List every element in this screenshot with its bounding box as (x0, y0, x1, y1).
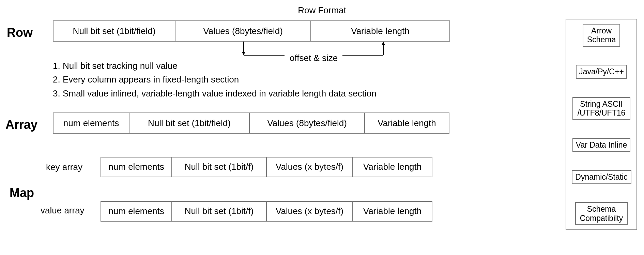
array-null-bitset-cell: Null bit set (1bit/field) (129, 112, 250, 134)
row-notes: 1. Null bit set tracking null value 2. E… (53, 60, 377, 101)
map-key-array-structure: num elements Null bit set (1bit/f) Value… (101, 157, 432, 177)
sidebar-string-encoding: String ASCII /UTF8/UFT16 (572, 97, 630, 120)
svg-marker-1 (242, 52, 245, 55)
sidebar-languages: Java/Py/C++ (576, 65, 627, 78)
sidebar-dynamic-static: Dynamic/Static (572, 170, 631, 184)
value-array-label: value array (41, 205, 85, 216)
svg-marker-5 (382, 42, 385, 45)
row-null-bitset-cell: Null bit set (1bit/field) (53, 20, 175, 42)
key-values-cell: Values (x bytes/f) (266, 157, 353, 177)
note-2: 2. Every column appears in fixed-length … (53, 73, 377, 86)
map-value-array-structure: num elements Null bit set (1bit/f) Value… (101, 201, 432, 222)
sidebar-schema-compatibility: Schema Compatibilty (575, 202, 628, 225)
array-label: Array (5, 118, 37, 132)
value-values-cell: Values (x bytes/f) (266, 201, 353, 222)
value-num-elements-cell: num elements (101, 201, 172, 222)
array-values-cell: Values (8bytes/field) (249, 112, 365, 134)
row-values-cell: Values (8bytes/field) (175, 20, 311, 42)
note-1: 1. Null bit set tracking null value (53, 60, 377, 72)
array-variable-length-cell: Variable length (364, 112, 449, 134)
value-null-bitset-cell: Null bit set (1bit/f) (171, 201, 267, 222)
map-label: Map (10, 186, 34, 200)
note-3: 3. Small value inlined, variable-length … (53, 87, 377, 100)
key-num-elements-cell: num elements (101, 157, 172, 177)
value-variable-length-cell: Variable length (352, 201, 432, 222)
row-label: Row (7, 26, 33, 40)
sidebar-panel: Arrow Schema Java/Py/C++ String ASCII /U… (566, 19, 637, 230)
sidebar-var-data-inline: Var Data Inline (572, 138, 630, 152)
row-variable-length-cell: Variable length (310, 20, 450, 42)
array-num-elements-cell: num elements (53, 112, 129, 134)
diagram-title: Row Format (298, 5, 346, 16)
key-array-label: key array (46, 162, 82, 172)
array-structure: num elements Null bit set (1bit/field) V… (53, 112, 449, 134)
key-variable-length-cell: Variable length (352, 157, 432, 177)
sidebar-arrow-schema: Arrow Schema (583, 24, 620, 47)
row-structure: Null bit set (1bit/field) Values (8bytes… (53, 20, 450, 42)
key-null-bitset-cell: Null bit set (1bit/f) (171, 157, 267, 177)
